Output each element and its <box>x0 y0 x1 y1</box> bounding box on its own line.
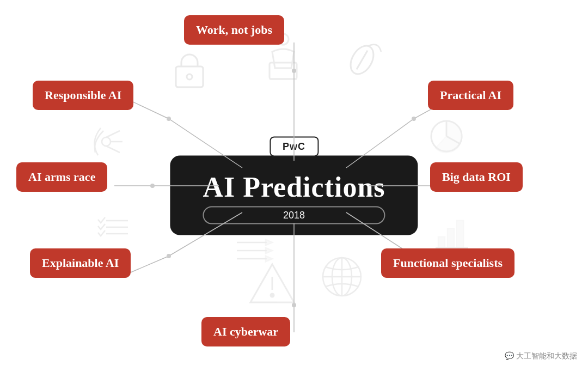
svg-point-27 <box>332 258 352 296</box>
label-ai-arms-race: AI arms race <box>16 162 107 192</box>
svg-line-6 <box>357 51 367 70</box>
label-work-not-jobs: Work, not jobs <box>184 15 284 45</box>
label-explainable-ai: Explainable AI <box>30 248 131 278</box>
main-container: PwC AI Predictions 2018 Work, not jobs R… <box>0 0 588 371</box>
svg-rect-31 <box>438 237 445 248</box>
svg-point-1 <box>187 74 192 80</box>
svg-rect-3 <box>270 63 297 79</box>
ai-predictions-box: AI Predictions 2018 <box>170 155 418 235</box>
svg-point-39 <box>167 254 171 258</box>
ai-predictions-title: AI Predictions <box>203 171 385 203</box>
svg-line-9 <box>106 146 120 153</box>
label-functional-specialists: Functional specialists <box>381 248 514 278</box>
svg-marker-18 <box>266 240 272 245</box>
watermark: 💬 大工智能和大数据 <box>505 351 577 361</box>
label-practical-ai: Practical AI <box>428 81 513 110</box>
svg-point-26 <box>323 258 361 296</box>
svg-point-35 <box>167 117 171 121</box>
svg-marker-20 <box>266 248 272 253</box>
label-big-data-roi: Big data ROI <box>430 162 523 192</box>
svg-marker-22 <box>266 256 272 261</box>
svg-line-8 <box>106 131 120 137</box>
pwc-badge: PwC <box>270 136 318 156</box>
label-ai-cyberwar: AI cyberwar <box>201 317 290 346</box>
svg-marker-23 <box>250 264 294 302</box>
svg-point-37 <box>150 184 155 188</box>
svg-point-7 <box>102 137 111 146</box>
svg-rect-32 <box>448 229 454 248</box>
svg-line-13 <box>446 136 460 144</box>
svg-rect-0 <box>176 66 203 87</box>
svg-point-25 <box>271 294 274 297</box>
svg-point-34 <box>292 69 296 73</box>
svg-point-36 <box>412 117 416 121</box>
svg-point-41 <box>292 303 296 307</box>
center-group: PwC AI Predictions 2018 <box>170 136 418 235</box>
svg-point-5 <box>346 42 378 78</box>
svg-rect-33 <box>457 221 463 248</box>
label-responsible-ai: Responsible AI <box>33 81 133 110</box>
svg-point-11 <box>431 121 462 151</box>
year-badge: 2018 <box>203 206 385 224</box>
